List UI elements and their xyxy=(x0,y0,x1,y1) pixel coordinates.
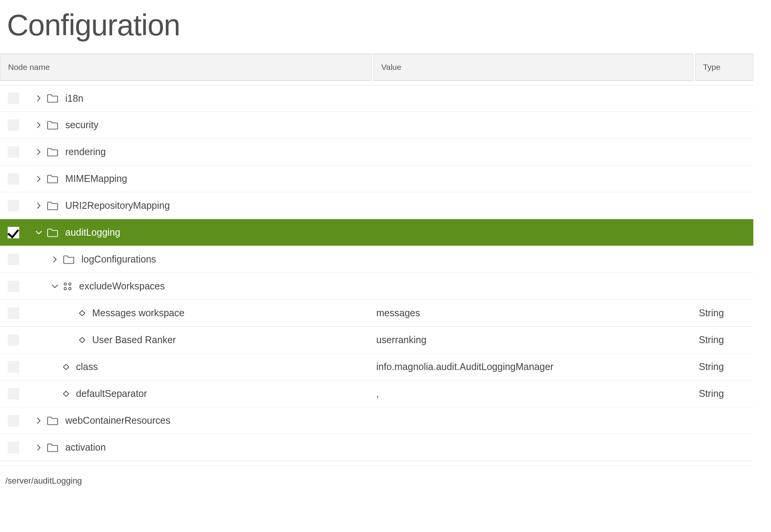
row-checkbox[interactable] xyxy=(8,361,19,373)
tree-row[interactable]: i18n xyxy=(0,85,753,112)
node-name-cell: i18n xyxy=(19,93,369,104)
property-icon xyxy=(79,310,85,316)
node-name-cell: logConfigurations xyxy=(19,254,369,265)
chevron-right-icon[interactable] xyxy=(35,417,43,425)
type-cell: String xyxy=(689,334,753,345)
tree-row[interactable]: Messages workspacemessagesString xyxy=(0,300,753,327)
node-label: User Based Ranker xyxy=(92,334,176,345)
tree-row[interactable]: excludeWorkspaces xyxy=(0,273,753,300)
node-label: excludeWorkspaces xyxy=(79,281,165,292)
svg-point-1 xyxy=(69,283,71,285)
node-name-cell: excludeWorkspaces xyxy=(19,281,369,292)
tree-row[interactable]: User Based RankeruserrankingString xyxy=(0,327,753,354)
folder-icon xyxy=(47,201,58,211)
row-checkbox[interactable] xyxy=(8,93,19,104)
node-name-cell: auditLogging xyxy=(19,227,369,238)
node-name-cell: rendering xyxy=(19,146,369,157)
folder-icon xyxy=(47,443,58,453)
node-name-cell: User Based Ranker xyxy=(19,334,369,345)
node-label: MIMEMapping xyxy=(65,173,127,184)
node-label: i18n xyxy=(65,93,83,104)
value-cell[interactable]: userranking xyxy=(369,334,689,345)
folder-icon xyxy=(47,93,58,103)
property-icon xyxy=(79,337,85,343)
node-label: auditLogging xyxy=(65,227,120,238)
table-header: Node name Value Type xyxy=(0,53,753,81)
page-title: Configuration xyxy=(7,8,771,43)
tree-row[interactable]: security xyxy=(0,112,753,139)
row-checkbox[interactable] xyxy=(8,119,19,131)
node-label: class xyxy=(76,361,98,372)
node-label: security xyxy=(65,119,98,131)
node-label: logConfigurations xyxy=(81,254,156,265)
tree-row[interactable]: logConfigurations xyxy=(0,246,753,273)
tree-row[interactable]: auditLogging xyxy=(0,219,753,246)
tree-row[interactable]: defaultSeparator,String xyxy=(0,380,753,407)
tree-row[interactable]: rendering xyxy=(0,139,753,165)
tree-row[interactable]: activation xyxy=(0,434,753,461)
col-header-name[interactable]: Node name xyxy=(0,54,372,81)
row-checkbox[interactable] xyxy=(8,388,19,400)
row-checkbox[interactable] xyxy=(8,200,19,211)
row-checkbox[interactable] xyxy=(8,442,19,453)
chevron-right-icon[interactable] xyxy=(35,148,43,156)
node-label: activation xyxy=(65,442,106,453)
node-label: rendering xyxy=(65,146,106,157)
node-name-cell: class xyxy=(19,361,369,372)
row-checkbox[interactable] xyxy=(8,307,19,319)
row-checkbox[interactable] xyxy=(8,146,19,158)
node-name-cell: MIMEMapping xyxy=(19,173,369,184)
chevron-right-icon[interactable] xyxy=(35,175,43,183)
folder-icon xyxy=(47,228,58,238)
col-header-type[interactable]: Type xyxy=(695,54,753,81)
content-node-icon xyxy=(63,282,72,291)
row-checkbox[interactable] xyxy=(8,281,19,292)
row-checkbox[interactable] xyxy=(8,415,19,426)
value-cell[interactable]: info.magnolia.audit.AuditLoggingManager xyxy=(369,361,689,372)
chevron-right-icon[interactable] xyxy=(35,444,43,451)
tree-row[interactable]: MIMEMapping xyxy=(0,165,753,192)
row-checkbox[interactable] xyxy=(8,254,19,265)
type-cell: String xyxy=(689,388,753,399)
chevron-right-icon[interactable] xyxy=(51,256,59,263)
breadcrumb-path: /server/auditLogging xyxy=(0,466,753,486)
folder-icon xyxy=(63,254,74,264)
tree-row[interactable]: URI2RepositoryMapping xyxy=(0,192,753,219)
chevron-right-icon[interactable] xyxy=(35,202,43,210)
svg-point-0 xyxy=(64,283,66,285)
row-checkbox[interactable] xyxy=(8,334,19,346)
folder-icon xyxy=(47,147,58,157)
node-name-cell: Messages workspace xyxy=(19,307,369,319)
node-name-cell: URI2RepositoryMapping xyxy=(19,200,369,211)
folder-icon xyxy=(47,120,58,130)
value-cell[interactable]: messages xyxy=(369,307,689,319)
node-name-cell: webContainerResources xyxy=(19,415,369,426)
folder-icon xyxy=(47,416,58,426)
chevron-right-icon[interactable] xyxy=(35,94,43,102)
property-icon xyxy=(63,391,69,397)
col-header-value[interactable]: Value xyxy=(373,54,693,81)
type-cell: String xyxy=(689,361,753,372)
value-cell[interactable]: , xyxy=(369,388,689,399)
svg-point-2 xyxy=(64,287,66,290)
chevron-right-icon[interactable] xyxy=(35,121,43,129)
node-name-cell: security xyxy=(19,119,369,131)
node-label: defaultSeparator xyxy=(76,388,147,399)
node-name-cell: defaultSeparator xyxy=(19,388,369,399)
node-label: Messages workspace xyxy=(92,307,184,319)
folder-icon xyxy=(47,174,58,184)
svg-point-3 xyxy=(69,287,71,290)
tree-row[interactable]: webContainerResources xyxy=(0,407,753,434)
node-label: webContainerResources xyxy=(65,415,170,426)
row-checkbox[interactable] xyxy=(8,227,19,238)
node-label: URI2RepositoryMapping xyxy=(65,200,170,211)
property-icon xyxy=(63,364,69,370)
chevron-down-icon[interactable] xyxy=(51,283,59,290)
tree-row[interactable]: classinfo.magnolia.audit.AuditLoggingMan… xyxy=(0,354,753,380)
type-cell: String xyxy=(689,307,753,319)
row-checkbox[interactable] xyxy=(8,173,19,185)
node-name-cell: activation xyxy=(19,442,369,453)
chevron-down-icon[interactable] xyxy=(35,229,43,236)
